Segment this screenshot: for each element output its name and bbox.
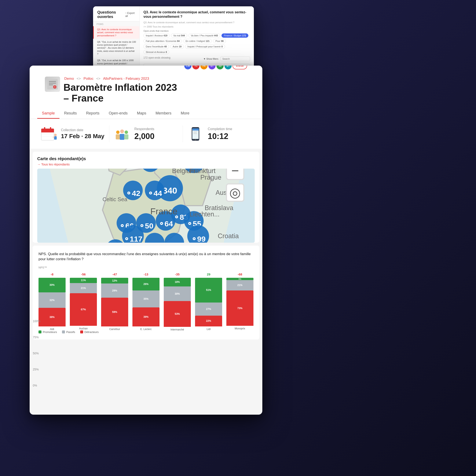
tab-open-ends[interactable]: Open-ends (104, 108, 132, 119)
nps-score-monoprix: -68 (238, 272, 242, 276)
nps-brand-label-e. leclerc: E. Leclerc (140, 328, 152, 331)
tab-sample[interactable]: Sample (37, 108, 59, 119)
tag-autre[interactable]: Autre 19 (170, 44, 184, 49)
open-ends-search-input[interactable] (221, 56, 250, 61)
svg-rect-25 (193, 131, 198, 132)
tab-more[interactable]: More (176, 108, 194, 119)
svg-text:Celtic Sea: Celtic Sea (102, 197, 127, 203)
gray-bar-aldi: 32% (38, 292, 66, 308)
svg-point-13 (54, 134, 57, 136)
red-bar-aldi: 38% (38, 308, 66, 326)
svg-text:⚬44: ⚬44 (147, 189, 162, 198)
tag-dans-incertitude[interactable]: Dans l'incertitude 40 (143, 44, 169, 49)
openq-main-question: Q3. Avec le contexte économique actuel, … (143, 10, 250, 19)
nps-brand-label-auchan: Auchan (79, 327, 88, 330)
svg-rect-17 (116, 134, 120, 139)
stat-completion-time: Completion time 10:12 (183, 125, 256, 142)
breadcrumb-sep1: <> (77, 77, 82, 81)
survey-logo: ! (45, 77, 60, 92)
tab-results[interactable]: Results (59, 108, 82, 119)
svg-text:⚬⚬42: ⚬⚬42 (138, 169, 162, 170)
legend-promoteurs: Promoteurs (38, 330, 57, 334)
svg-text:Liechten...: Liechten... (189, 211, 220, 218)
svg-text:⚬99: ⚬99 (191, 235, 206, 243)
openq-respondents: >> 2000 Tous les répondants (143, 25, 250, 28)
legend-dot-passifs (62, 330, 65, 333)
stat-info-respondents: Respondents 2,000 (134, 127, 154, 141)
svg-rect-3 (49, 85, 53, 85)
legend-label-promoteurs: Promoteurs (43, 330, 57, 334)
svg-rect-1 (49, 81, 56, 82)
tab-maps[interactable]: Maps (132, 108, 151, 119)
tag-pour[interactable]: Pour 98 (213, 39, 226, 43)
openq-title: Questions ouvertes (97, 10, 125, 19)
breadcrumb-demo: Demo (64, 77, 74, 81)
nps-score-auchan: -56 (81, 272, 86, 276)
stat-date-value: 17 Feb · 28 May (61, 133, 104, 140)
logo-icon: ! (47, 79, 58, 89)
tag-stresse[interactable]: Stressé et Anxieux 0 (143, 50, 169, 54)
avatar-et2: ET (224, 66, 232, 69)
svg-text:340: 340 (163, 186, 177, 196)
svg-rect-19 (120, 134, 124, 140)
sidebar-section-label: Items (93, 21, 139, 26)
stat-completion-value: 10:12 (208, 132, 232, 141)
svg-rect-8 (41, 131, 54, 133)
main-dashboard-card: ! Demo <> Potloc <> AllxPartners - Febru… (30, 66, 262, 415)
svg-text:⚬117: ⚬117 (123, 235, 142, 243)
nps-bar-group-lidl: 2951%27%22%Lidl (195, 272, 222, 327)
gray-bar-intermarché: 30% (164, 287, 191, 301)
svg-point-18 (120, 130, 124, 133)
tag-va-bien[interactable]: Va bien / Peu impacté 443 (188, 34, 220, 38)
card-header: ! Demo <> Potloc <> AllxPartners - Febru… (30, 66, 262, 119)
nps-bars-monoprix: 5%21%73% (226, 278, 254, 326)
phone-illustration (187, 125, 204, 142)
svg-point-20 (125, 131, 128, 134)
tag-en-colere[interactable]: En colère / Indigné 121 (183, 39, 212, 43)
export-button[interactable]: ↑ Export all (125, 12, 135, 17)
green-bar-e. leclerc: 26% (133, 278, 159, 290)
red-bar-intermarché: 53% (164, 301, 191, 327)
avatar-cw: CW (184, 66, 191, 69)
invite-button[interactable]: Invité (233, 66, 247, 69)
gray-bar-auchan: 21% (70, 283, 97, 293)
openq-filters-row: 172 open-ends showing ▼ Show filters (143, 56, 250, 61)
sidebar-question-item[interactable]: Q3. Avec le contexte économique actuel, … (93, 26, 139, 39)
stats-row: Collection date 17 Feb · 28 May Responde… (30, 119, 262, 149)
stat-date-label: Collection date (61, 128, 104, 132)
tag-inquiet-avenir[interactable]: Inquiet / Préoccupé pour l'avenir 0 (185, 44, 225, 49)
stat-info-completion: Completion time 10:12 (208, 127, 232, 141)
svg-text:!: ! (54, 86, 55, 88)
tag-va-mal[interactable]: Va mal 544 (171, 34, 187, 38)
green-bar-monoprix: 5% (226, 278, 254, 280)
svg-text:⚬33: ⚬33 (167, 241, 182, 243)
nps-brand-label-monoprix: Monoprix (235, 327, 245, 330)
svg-text:⚬62: ⚬62 (147, 241, 162, 243)
legend-label-detracteurs: Détracteurs (85, 330, 99, 334)
gray-bar-lidl: 27% (195, 303, 222, 316)
stat-respondents-value: 2,000 (134, 132, 154, 141)
show-filters-button[interactable]: ▼ Show filters (203, 58, 218, 60)
svg-rect-26 (193, 133, 197, 133)
gray-bar-carrefour: 29% (101, 284, 128, 298)
nps-label: NPS™ (38, 266, 254, 269)
breadcrumb-potloc: Potloc (84, 77, 94, 81)
sidebar-question-item[interactable]: Q8. "Oui, à un achat de moins de 100 eur… (93, 39, 139, 57)
nps-y-axis: 100% 75% 50% 25% 0% (33, 320, 40, 387)
breadcrumb-allx: AllxPartners - February 2023 (103, 77, 149, 81)
tag-finance-budget[interactable]: Finance / Budget 172 (221, 34, 248, 38)
green-bar-auchan: 11% (70, 278, 97, 283)
svg-rect-14 (54, 136, 57, 140)
tab-reports[interactable]: Reports (82, 108, 104, 119)
nps-brand-label-aldi: Aldi (50, 328, 54, 331)
nps-bar-group-e. leclerc: -1326%35%39%E. Leclerc (133, 272, 159, 327)
map-respondents-link[interactable]: Tous les répondants (37, 162, 255, 166)
tag-fait-plus-attention[interactable]: Fait plus attention / Economie 84 (143, 39, 182, 43)
nps-bars-aldi: 30%32%38% (38, 278, 66, 326)
openq-header: Questions ouvertes ↑ Export all (93, 6, 139, 21)
nps-bar-group-carrefour: -4712%29%59%Carrefour (101, 272, 128, 327)
tag-inquiet-anxieux[interactable]: Inquiet / Anxieux 419 (143, 34, 170, 38)
tab-members[interactable]: Members (151, 108, 176, 119)
gray-bar-e. leclerc: 35% (133, 290, 159, 308)
legend-dot-detracteurs (80, 330, 83, 333)
